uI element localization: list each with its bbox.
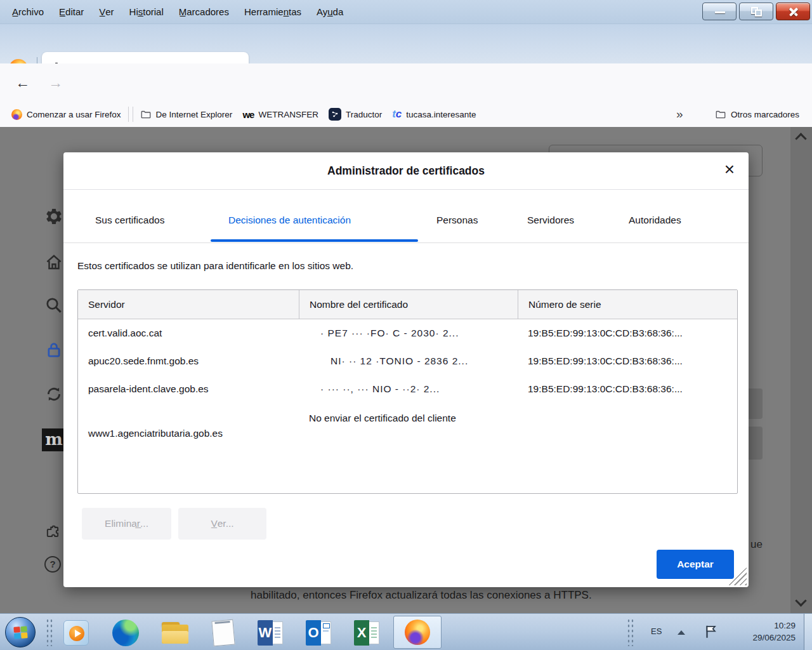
menu-marcadores[interactable]: M̲arcadores: [172, 4, 236, 20]
other-bookmarks-folder[interactable]: Otros marcadores: [710, 109, 804, 120]
scroll-down-icon[interactable]: [795, 595, 806, 606]
menu-ayuda[interactable]: Ayu̲da: [310, 4, 350, 20]
menu-herramientas[interactable]: Herramien̲tas: [237, 4, 308, 20]
cell-serial: [518, 403, 737, 464]
edge-icon: [112, 620, 139, 646]
bookmark-label: Otros marcadores: [731, 110, 799, 119]
tucasa-logo-icon: tc: [392, 108, 402, 121]
menu-historial[interactable]: His̲torial: [122, 4, 171, 20]
bookmark-folder-ie[interactable]: De Internet Explorer: [135, 109, 238, 120]
tab-decisiones-autenticacion[interactable]: Decisiones de autenticación: [228, 215, 351, 226]
accept-button[interactable]: Aceptar: [657, 550, 734, 579]
restore-button[interactable]: [739, 3, 773, 20]
navigation-toolbar: ← → Firefox about:preferences#privacy ☆: [0, 63, 812, 102]
sidebar-help-icon[interactable]: ?: [44, 556, 61, 573]
menu-ver[interactable]: V̲er: [92, 4, 121, 20]
bookmark-wetransfer[interactable]: we WETRANSFER: [237, 109, 324, 120]
mozilla-m-logo[interactable]: m: [42, 428, 66, 451]
sidebar-search-icon[interactable]: [44, 296, 63, 315]
taskbar-firefox-active[interactable]: [393, 616, 442, 649]
header-numero-serie[interactable]: Número de serie: [518, 290, 737, 319]
restore-icon-front: [755, 10, 762, 17]
taskbar-excel[interactable]: X: [351, 619, 382, 647]
window-menubar: A̲rchivo E̲ditar V̲er His̲torial M̲arcad…: [0, 0, 812, 24]
bookmark-label: Traductor: [346, 110, 382, 119]
tray-grip: [627, 618, 634, 646]
windows-flag-icon: [13, 626, 27, 639]
close-window-button[interactable]: [776, 3, 810, 20]
traductor-logo-icon: [329, 108, 341, 121]
header-nombre[interactable]: Nombre del certificado: [299, 290, 518, 319]
language-indicator[interactable]: ES: [651, 627, 662, 636]
certificate-manager-dialog: Administrador de certificados × Sus cert…: [63, 152, 749, 587]
table-header-row: Servidor Nombre del certificado Número d…: [78, 290, 737, 319]
minimize-icon: [715, 11, 725, 13]
back-button[interactable]: ←: [15, 63, 30, 102]
tab-sus-certificados[interactable]: Sus certificados: [95, 215, 164, 226]
taskbar-media-player[interactable]: [61, 619, 91, 647]
view-button[interactable]: V̲er...: [178, 508, 266, 540]
dialog-title: Administrador de certificados: [63, 164, 749, 178]
word-icon: W: [258, 620, 283, 646]
window-controls: [702, 3, 810, 20]
scroll-up-icon[interactable]: [795, 133, 806, 144]
start-button[interactable]: [5, 617, 36, 647]
wetransfer-logo-icon: we: [242, 109, 254, 120]
show-desktop-button[interactable]: [804, 614, 812, 650]
delete-button[interactable]: Eliminar̲...: [82, 508, 171, 540]
firefox-taskbar-icon: [405, 620, 430, 645]
cell-serial: 19:B5:ED:99:13:0C:CD:B3:68:36:...: [518, 319, 737, 347]
taskbar-word[interactable]: W: [255, 619, 285, 647]
menu-archivo[interactable]: A̲rchivo: [5, 4, 51, 20]
header-servidor[interactable]: Servidor: [78, 290, 299, 319]
forward-button[interactable]: →: [48, 63, 63, 102]
bookmarks-overflow-chevron[interactable]: »: [670, 107, 690, 121]
menu-editar[interactable]: E̲ditar: [52, 4, 91, 20]
bookmarks-toolbar: Comenzar a usar Firefox De Internet Expl…: [0, 102, 812, 127]
tray-clock[interactable]: 10:29 29/06/2025: [752, 620, 796, 644]
folder-icon: [715, 109, 726, 120]
table-row[interactable]: pasarela-ident.clave.gob.es · ··· ··, ··…: [78, 375, 737, 403]
page-text-fragment: ue: [750, 538, 763, 551]
dialog-description: Estos certificados se utilizan para iden…: [77, 260, 353, 272]
table-row[interactable]: www1.agenciatributaria.gob.es No enviar …: [78, 403, 737, 464]
tab-servidores[interactable]: Servidores: [527, 215, 574, 226]
table-body: cert.valid.aoc.cat · PE7 ··· ·FO· C - 20…: [78, 319, 737, 464]
action-center-flag-icon[interactable]: [703, 623, 719, 640]
cell-cert-name: NI· ·· 12 ·TONIO - 2836 2...: [299, 347, 518, 375]
notepad-icon: [211, 620, 235, 647]
excel-icon: X: [354, 620, 379, 646]
bookmark-traductor[interactable]: Traductor: [324, 108, 387, 121]
windows-taskbar: W O X ES 10:29 29/06/2025: [0, 613, 812, 650]
tab-autoridades[interactable]: Autoridades: [629, 215, 681, 226]
active-tab-underline: [211, 239, 418, 242]
sidebar-extensions-puzzle-icon[interactable]: [44, 524, 61, 541]
taskbar-edge[interactable]: [110, 619, 141, 647]
tabs-divider: [63, 242, 749, 243]
taskbar-outlook[interactable]: O: [303, 619, 334, 647]
tray-show-hidden-icon[interactable]: [678, 630, 685, 635]
bookmark-comenzar[interactable]: Comenzar a usar Firefox: [6, 109, 126, 120]
taskbar-notepad[interactable]: [208, 619, 239, 647]
bookmark-label: De Internet Explorer: [156, 110, 233, 119]
bookmark-tucasa[interactable]: tc tucasa.interesante: [387, 108, 481, 121]
tab-personas[interactable]: Personas: [436, 215, 478, 226]
bookmark-label: Comenzar a usar Firefox: [27, 110, 121, 119]
dialog-divider: [63, 189, 749, 190]
bookmarks-separator: [128, 107, 129, 122]
tab-strip: Ajustes × +: [0, 24, 812, 63]
sidebar-home-icon[interactable]: [44, 253, 63, 272]
cell-serial: 19:B5:ED:99:13:0C:CD:B3:68:36:...: [518, 347, 737, 375]
cell-server: apuc20.sede.fnmt.gob.es: [78, 347, 299, 375]
sidebar-general-gear-icon[interactable]: [44, 207, 63, 226]
sidebar-sync-icon[interactable]: [44, 385, 63, 404]
taskbar-file-explorer[interactable]: [160, 619, 190, 647]
cell-server: cert.valid.aoc.cat: [78, 319, 299, 347]
sidebar-privacy-lock-icon[interactable]: [44, 340, 63, 359]
table-row[interactable]: cert.valid.aoc.cat · PE7 ··· ·FO· C - 20…: [78, 319, 737, 347]
page-scrollbar[interactable]: [790, 127, 812, 613]
dialog-close-icon[interactable]: ×: [724, 160, 735, 179]
minimize-button[interactable]: [702, 3, 737, 20]
table-row[interactable]: apuc20.sede.fnmt.gob.es NI· ·· 12 ·TONIO…: [78, 347, 737, 375]
cell-server: pasarela-ident.clave.gob.es: [78, 375, 299, 403]
